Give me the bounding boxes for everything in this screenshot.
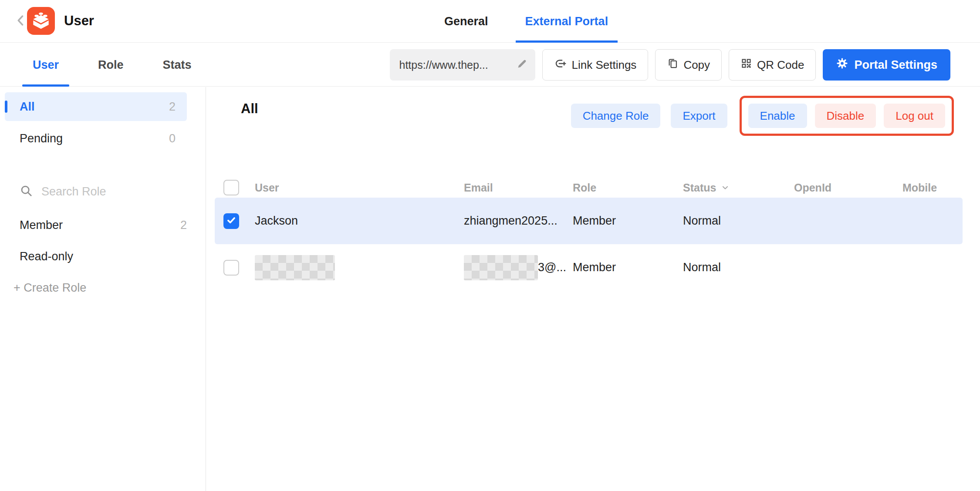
- back-chevron-icon: [14, 13, 28, 30]
- row-checkbox[interactable]: [223, 260, 239, 276]
- sidebar-item-count: 2: [169, 100, 176, 114]
- email-suffix: 3@...: [538, 261, 566, 274]
- sidebar-item-pending[interactable]: Pending 0: [5, 124, 187, 153]
- sidebar-item-read-only[interactable]: Read-only: [20, 241, 187, 272]
- tab-general[interactable]: General: [444, 0, 488, 43]
- secondary-toolbar: User Role Stats https://www.thep... Link…: [0, 43, 980, 87]
- select-all-checkbox[interactable]: [223, 180, 239, 195]
- portal-settings-button[interactable]: Portal Settings: [823, 49, 950, 81]
- redacted-email-mosaic: [464, 255, 538, 280]
- search-role-input[interactable]: [41, 185, 196, 198]
- cell-role: Member: [573, 214, 683, 228]
- qr-code-icon: [740, 57, 752, 72]
- portal-url-field[interactable]: https://www.thep...: [390, 49, 535, 81]
- column-header-user: User: [255, 182, 464, 194]
- copy-icon: [667, 57, 679, 72]
- cell-status: Normal: [683, 261, 794, 274]
- chevron-down-icon[interactable]: [720, 183, 730, 192]
- table-row[interactable]: Jackson zhiangmen2025... Member Normal: [215, 198, 963, 244]
- link-settings-label: Link Settings: [572, 58, 637, 72]
- create-role-button[interactable]: + Create Role: [14, 272, 206, 303]
- brick-logo-icon: [30, 9, 52, 33]
- sidebar-item-member[interactable]: Member 2: [20, 209, 187, 241]
- roles-sidebar: All 2 Pending 0 Member 2 Read-only + Cre…: [0, 87, 206, 491]
- role-item-label: Member: [20, 219, 63, 232]
- log-out-button[interactable]: Log out: [884, 104, 945, 128]
- export-button[interactable]: Export: [671, 104, 727, 128]
- role-item-label: Read-only: [20, 250, 73, 263]
- copy-label: Copy: [683, 58, 710, 72]
- qr-code-button[interactable]: QR Code: [729, 49, 816, 81]
- disable-button[interactable]: Disable: [815, 104, 876, 128]
- copy-button[interactable]: Copy: [655, 49, 722, 81]
- change-role-button[interactable]: Change Role: [571, 104, 661, 128]
- qr-code-label: QR Code: [757, 58, 804, 72]
- app-header: User General External Portal: [0, 0, 980, 43]
- user-table: User Email Role Status OpenId Mobile Jac…: [215, 178, 963, 291]
- table-header-row: User Email Role Status OpenId Mobile: [215, 178, 963, 198]
- bulk-actions: Change Role Export Enable Disable Log ou…: [571, 96, 954, 136]
- cell-user-redacted: [255, 255, 464, 280]
- column-header-openid: OpenId: [794, 182, 902, 194]
- column-header-mobile: Mobile: [902, 182, 963, 194]
- column-header-role: Role: [573, 182, 683, 194]
- link-settings-button[interactable]: Link Settings: [542, 49, 649, 81]
- list-title: All: [241, 101, 258, 117]
- back-button[interactable]: [13, 13, 29, 29]
- portal-tabs: General External Portal: [444, 0, 618, 43]
- search-icon: [20, 184, 33, 199]
- annotation-highlight-box: Enable Disable Log out: [740, 96, 954, 136]
- app-logo: [27, 7, 55, 35]
- status-header-label: Status: [683, 182, 716, 194]
- column-header-email: Email: [464, 182, 573, 194]
- cell-status: Normal: [683, 214, 794, 228]
- tab-external-portal[interactable]: External Portal: [516, 0, 618, 43]
- sidebar-item-count: 0: [169, 132, 176, 145]
- cell-user: Jackson: [255, 214, 464, 228]
- edit-pencil-icon[interactable]: [516, 58, 527, 71]
- role-item-count: 2: [180, 219, 187, 232]
- sidebar-item-label: Pending: [20, 132, 63, 145]
- sidebar-item-label: All: [20, 100, 35, 114]
- tab-user[interactable]: User: [33, 43, 59, 87]
- page-title: User: [64, 13, 94, 29]
- section-tabs: User Role Stats: [33, 43, 192, 87]
- sidebar-item-all[interactable]: All 2: [5, 92, 187, 121]
- table-row[interactable]: 3@... Member Normal: [215, 244, 963, 291]
- portal-settings-label: Portal Settings: [854, 58, 937, 72]
- cell-role: Member: [573, 261, 683, 274]
- toolbar-actions: https://www.thep... Link Settings Copy Q…: [390, 49, 951, 81]
- role-list: Member 2 Read-only + Create Role: [0, 209, 206, 303]
- gear-icon: [836, 57, 848, 73]
- portal-url-value: https://www.thep...: [399, 59, 488, 71]
- link-plus-icon: [554, 57, 567, 73]
- enable-button[interactable]: Enable: [748, 104, 807, 128]
- cell-email: zhiangmen2025...: [464, 214, 573, 228]
- row-checkbox[interactable]: [223, 213, 239, 229]
- list-header: All Change Role Export Enable Disable Lo…: [206, 87, 980, 144]
- column-header-status: Status: [683, 182, 794, 194]
- role-search: [20, 184, 187, 199]
- user-list-panel: All Change Role Export Enable Disable Lo…: [206, 87, 980, 491]
- tab-stats[interactable]: Stats: [163, 43, 192, 87]
- tab-role[interactable]: Role: [98, 43, 124, 87]
- cell-email-redacted: 3@...: [464, 255, 573, 280]
- check-icon: [226, 215, 237, 228]
- redacted-name-mosaic: [255, 255, 335, 280]
